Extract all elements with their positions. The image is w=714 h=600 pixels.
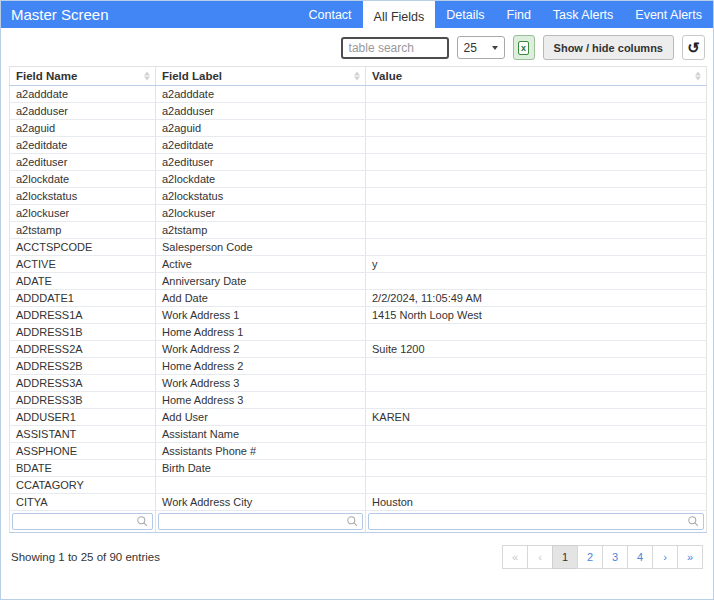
table-row[interactable]: ACTIVEActivey [10,256,707,273]
tab-find[interactable]: Find [496,1,542,28]
tab-details[interactable]: Details [435,1,495,28]
page-button-›[interactable]: › [652,545,678,569]
table-cell: Home Address 2 [156,358,366,375]
tab-bar: ContactAll FieldsDetailsFindTask AlertsE… [298,1,714,28]
table-cell: a2lockstatus [156,188,366,205]
search-icon [346,515,359,528]
refresh-icon: ↺ [687,40,700,55]
table-row[interactable]: ADDUSER1Add UserKAREN [10,409,707,426]
sort-icon [144,72,150,81]
table-row[interactable]: a2editusera2edituser [10,154,707,171]
tab-task-alerts[interactable]: Task Alerts [542,1,624,28]
table-cell: ASSPHONE [10,443,156,460]
column-filter-input[interactable] [368,513,704,530]
table-row[interactable]: ADDRESS1BHome Address 1 [10,324,707,341]
table-row[interactable]: ACCTSPCODESalesperson Code [10,239,707,256]
table-cell: a2adduser [156,103,366,120]
table-cell: Assistant Name [156,426,366,443]
table-cell: CCATAGORY [10,477,156,494]
table-cell: Assistants Phone # [156,443,366,460]
table-row[interactable]: BDATEBirth Date [10,460,707,477]
table-cell: ADATE [10,273,156,290]
table-row[interactable]: ADATEAnniversary Date [10,273,707,290]
tab-all-fields[interactable]: All Fields [363,1,436,32]
table-cell [366,120,707,137]
table-cell [366,86,707,103]
table-row[interactable]: a2editdatea2editdate [10,137,707,154]
refresh-button[interactable]: ↺ [682,35,705,60]
table-cell: Home Address 1 [156,324,366,341]
table-cell: a2aguid [10,120,156,137]
table-cell: Houston [366,494,707,511]
table-cell: BDATE [10,460,156,477]
table-cell: ADDRESS1B [10,324,156,341]
page-button-1[interactable]: 1 [552,545,578,569]
table-cell: y [366,256,707,273]
table-row[interactable]: ADDRESS1AWork Address 11415 North Loop W… [10,307,707,324]
page-button-«[interactable]: « [502,545,528,569]
show-hide-columns-button[interactable]: Show / hide columns [543,35,674,60]
column-header-field-label[interactable]: Field Label [156,67,366,86]
table-row[interactable]: a2lockdatea2lockdate [10,171,707,188]
table-cell: ACCTSPCODE [10,239,156,256]
table-search-input[interactable] [341,37,449,59]
table-cell: Birth Date [156,460,366,477]
table-row[interactable]: ADDRESS3BHome Address 3 [10,392,707,409]
page-button-»[interactable]: » [677,545,703,569]
table-cell [366,358,707,375]
table-row[interactable]: ADDRESS3AWork Address 3 [10,375,707,392]
table-cell: Anniversary Date [156,273,366,290]
table-cell [366,273,707,290]
column-header-value[interactable]: Value [366,67,707,86]
table-row[interactable]: CITYAWork Address CityHouston [10,494,707,511]
table-row[interactable]: a2addusera2adduser [10,103,707,120]
table-cell: 2/2/2024, 11:05:49 AM [366,290,707,307]
table-row[interactable]: a2adddatea2adddate [10,86,707,103]
excel-icon: x [518,41,529,55]
table-cell: a2editdate [10,137,156,154]
table-cell: a2edituser [156,154,366,171]
table-row[interactable]: ADDRESS2AWork Address 2Suite 1200 [10,341,707,358]
page-size-select[interactable]: 25 [457,36,505,59]
table-row[interactable]: ADDRESS2BHome Address 2 [10,358,707,375]
column-filter-input[interactable] [158,513,363,530]
table-cell: ADDRESS1A [10,307,156,324]
column-header-field-name[interactable]: Field Name [10,67,156,86]
page-button-‹[interactable]: ‹ [527,545,553,569]
search-icon [136,515,149,528]
table-row[interactable]: ASSPHONEAssistants Phone # [10,443,707,460]
page-button-2[interactable]: 2 [577,545,603,569]
table-cell: Add User [156,409,366,426]
table-row[interactable]: a2aguida2aguid [10,120,707,137]
table-footer: Showing 1 to 25 of 90 entries «‹1234›» [1,533,713,569]
table-cell [366,392,707,409]
table-header-row: Field NameField LabelValue [10,67,707,86]
page-button-3[interactable]: 3 [602,545,628,569]
column-filter-input[interactable] [12,513,153,530]
table-cell [156,477,366,494]
table-cell: Work Address 1 [156,307,366,324]
tab-contact[interactable]: Contact [298,1,363,28]
filter-cell [10,511,156,533]
chevron-down-icon [492,46,498,50]
table-cell [366,103,707,120]
table-cell [366,324,707,341]
table-row[interactable]: CCATAGORY [10,477,707,494]
table-row[interactable]: ASSISTANTAssistant Name [10,426,707,443]
table-cell: ACTIVE [10,256,156,273]
table-cell: Salesperson Code [156,239,366,256]
table-row[interactable]: ADDDATE1Add Date2/2/2024, 11:05:49 AM [10,290,707,307]
table-row[interactable]: a2lockstatusa2lockstatus [10,188,707,205]
table-cell: Suite 1200 [366,341,707,358]
table-cell: ADDRESS3A [10,375,156,392]
table-row[interactable]: a2lockusera2lockuser [10,205,707,222]
table-body: a2adddatea2adddatea2addusera2addusera2ag… [10,86,707,511]
page-button-4[interactable]: 4 [627,545,653,569]
table-row[interactable]: a2tstampa2tstamp [10,222,707,239]
table-cell: 1415 North Loop West [366,307,707,324]
table-cell: a2adddate [10,86,156,103]
excel-export-button[interactable]: x [513,35,535,60]
fields-table: Field NameField LabelValue a2adddatea2ad… [9,66,707,533]
tab-event-alerts[interactable]: Event Alerts [624,1,713,28]
table-cell [366,171,707,188]
